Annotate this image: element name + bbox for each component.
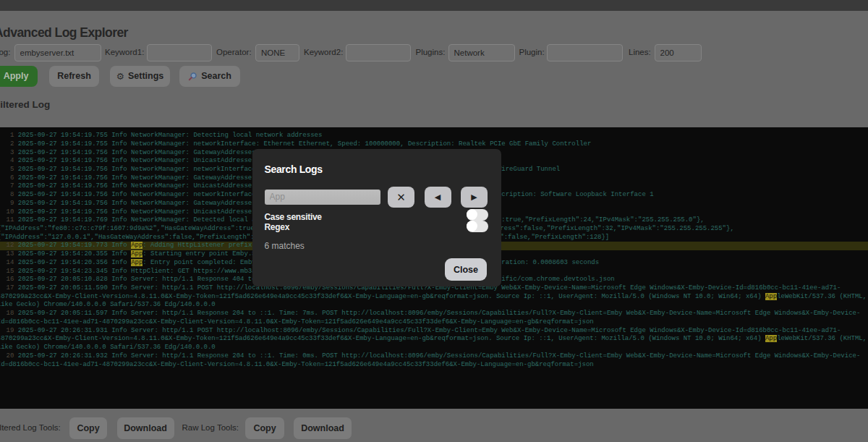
log-line: 19 2025-09-27 20:26:31.931 Info Server: …	[0, 327, 868, 336]
clear-search-button[interactable]: ✕	[388, 187, 414, 208]
log-line-number: 2	[0, 140, 18, 148]
top-strip	[0, 0, 868, 11]
log-line: like Gecko) Chrome/140.0.0.0 Safari/537.…	[0, 301, 868, 310]
refresh-button-label: Refresh	[57, 71, 91, 81]
log-line: like Gecko) Chrome/140.0.0.0 Safari/537.…	[0, 344, 868, 352]
clear-icon: ✕	[396, 191, 406, 204]
log-text: 2025-09-27 19:54:20.356 Info	[18, 259, 131, 266]
log-line: 2 2025-09-27 19:54:19.755 Info NetworkMa…	[0, 140, 868, 149]
log-line-number: 5	[0, 166, 18, 173]
log-line-number: 6	[0, 174, 18, 182]
log-line: Id=d816b0cc-bc11-41ee-ad71-4870299a23cc&…	[0, 318, 868, 327]
next-match-button[interactable]: ▶	[461, 187, 488, 208]
regex-toggle[interactable]	[467, 221, 488, 232]
search-query-input[interactable]	[265, 190, 380, 205]
log-text: 2025-09-27 20:05:11.597 Info Server: htt…	[18, 310, 861, 317]
filtered-log-heading: Filtered Log	[0, 99, 50, 110]
plugin-label: Plugin:	[519, 48, 545, 56]
log-label: Log:	[0, 48, 10, 56]
page-title: Advanced Log Explorer	[0, 25, 128, 41]
log-line: 1 2025-09-27 19:54:19.755 Info NetworkMa…	[0, 132, 868, 140]
raw-copy-button[interactable]: Copy	[245, 417, 284, 439]
log-line-number: 10	[0, 208, 18, 216]
log-text: 4870299a23cc&X-Emby-Client-Version=4.8.1…	[0, 293, 765, 300]
keyword1-input[interactable]	[147, 44, 212, 61]
log-text: 2025-09-27 19:54:19.756 Info NetworkMana…	[18, 174, 291, 182]
log-text: Id=d816b0cc-bc11-41ee-ad71-4870299a23cc&…	[0, 318, 594, 326]
log-text: 2025-09-27 20:26:31.932 Info Server: htt…	[18, 352, 861, 360]
keyword2-input[interactable]	[346, 44, 411, 61]
log-line-number: 4	[0, 157, 18, 164]
log-input[interactable]	[14, 44, 101, 61]
close-modal-button[interactable]: Close	[445, 258, 487, 281]
match-highlight: App	[131, 259, 142, 266]
lines-input[interactable]	[655, 44, 702, 61]
log-line-number: 12	[0, 242, 18, 249]
apply-button[interactable]: Apply	[0, 66, 38, 88]
search-icon	[188, 72, 197, 81]
operator-label: Operator:	[216, 48, 252, 56]
log-text: like Gecko) Chrome/140.0.0.0 Safari/537.…	[0, 301, 216, 308]
log-line-number: 15	[0, 268, 18, 275]
log-line: 18 2025-09-27 20:05:11.597 Info Server: …	[0, 310, 868, 318]
plugins-input[interactable]	[448, 44, 515, 61]
match-highlight: App	[131, 242, 142, 249]
log-line: Id=d816b0cc-bc11-41ee-ad71-4870299a23cc&…	[0, 361, 868, 370]
search-logs-modal: Search Logs ✕ ◀ ▶ Case sensitive Regex 6…	[252, 149, 501, 286]
log-line: 20 2025-09-27 20:26:31.932 Info Server: …	[0, 352, 868, 361]
settings-button[interactable]: ⚙Settings	[110, 66, 170, 88]
match-highlight: App	[765, 293, 777, 300]
log-line-number: 14	[0, 259, 18, 266]
log-line-number: 1	[0, 132, 18, 139]
case-sensitive-toggle[interactable]	[467, 209, 488, 221]
log-text: leWebKit/537.36 (KHTML,	[777, 335, 867, 342]
regex-toggle-knob	[467, 221, 477, 231]
log-text: 2025-09-27 19:54:19.755 Info NetworkMana…	[18, 132, 323, 139]
search-button[interactable]: Search	[179, 66, 240, 88]
regex-label: Regex	[265, 222, 290, 232]
case-sensitive-label: Case sensitive	[265, 212, 322, 222]
search-button-label: Search	[201, 71, 231, 81]
previous-match-button[interactable]: ◀	[425, 187, 451, 208]
filtered-copy-button[interactable]: Copy	[69, 417, 107, 439]
refresh-button[interactable]: Refresh	[49, 66, 99, 88]
log-line-number: 18	[0, 310, 18, 317]
log-text: Id=d816b0cc-bc11-41ee-ad71-4870299a23cc&…	[0, 361, 594, 368]
filtered-download-button[interactable]: Download	[117, 417, 174, 439]
plugin-input[interactable]	[547, 44, 623, 61]
raw-download-button[interactable]: Download	[294, 417, 352, 439]
plugins-label: Plugins:	[416, 48, 446, 56]
operator-input[interactable]	[255, 44, 299, 61]
match-highlight: App	[131, 250, 142, 258]
gear-icon: ⚙	[116, 71, 124, 82]
log-line-number: 8	[0, 191, 18, 198]
log-line-number: 9	[0, 200, 18, 207]
log-text: 2025-09-27 19:54:20.355 Info	[18, 250, 131, 258]
log-text: like Gecko) Chrome/140.0.0.0 Safari/537.…	[0, 344, 216, 351]
case-sensitive-toggle-knob	[467, 209, 477, 220]
match-count: 6 matches	[265, 241, 305, 251]
previous-icon: ◀	[435, 192, 441, 202]
log-line-number: 7	[0, 182, 18, 190]
gear-glyph: ⚙	[116, 71, 124, 82]
log-line-number: 17	[0, 284, 18, 292]
log-text: 4870299a23cc&X-Emby-Client-Version=4.8.1…	[0, 335, 765, 342]
filtered-log-tools-label: Filtered Log Tools:	[0, 423, 61, 432]
log-text: 2025-09-27 19:54:19.756 Info NetworkMana…	[18, 200, 291, 207]
keyword2-label: Keyword2:	[304, 48, 343, 56]
log-text: 2025-09-27 19:54:19.773 Info	[18, 242, 131, 249]
log-text: 2025-09-27 20:26:31.931 Info Server: htt…	[18, 327, 841, 334]
keyword1-label: Keyword1:	[105, 48, 144, 56]
log-text: leWebKit/537.36 (KHTML,	[777, 293, 867, 300]
log-line: 4870299a23cc&X-Emby-Client-Version=4.8.1…	[0, 335, 868, 344]
match-highlight: App	[765, 335, 777, 342]
raw-log-tools-label: Raw Log Tools:	[182, 423, 239, 432]
log-text: 2025-09-27 19:54:19.755 Info NetworkMana…	[18, 140, 592, 148]
log-line-number: 13	[0, 250, 18, 258]
lines-label: Lines:	[629, 48, 651, 56]
log-line: 4870299a23cc&X-Emby-Client-Version=4.8.1…	[0, 293, 868, 302]
log-line-number: 19	[0, 327, 18, 334]
page: Advanced Log Explorer Log: Keyword1: Ope…	[0, 0, 868, 442]
log-line-number: 11	[0, 216, 18, 224]
next-icon: ▶	[471, 192, 477, 202]
